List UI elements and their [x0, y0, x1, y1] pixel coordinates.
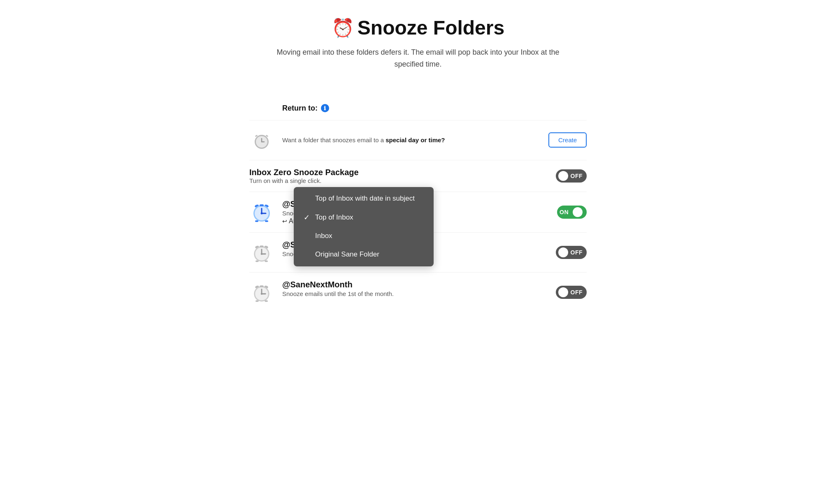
reply-icon: ↩: [282, 218, 287, 224]
package-toggle[interactable]: OFF: [556, 169, 587, 183]
sane-next-month-icon: [249, 280, 274, 305]
snooze-icon: ⏰: [332, 17, 354, 39]
dropdown-option-label: Inbox: [315, 232, 332, 240]
folder-row-sane-next-month: @SaneNextMonth Snooze emails until the 1…: [249, 273, 587, 312]
page-header: ⏰ Snooze Folders Moving email into these…: [249, 16, 587, 70]
check-selected: ✓: [304, 213, 311, 222]
svg-rect-25: [255, 260, 258, 262]
custom-folder-icon: [249, 128, 274, 153]
dropdown-option-inbox[interactable]: Inbox: [294, 227, 434, 245]
sane-tomorrow-toggle-switch[interactable]: ON: [557, 206, 587, 219]
dropdown-option-label: Original Sane Folder: [315, 250, 379, 259]
dropdown-option-label: Top of Inbox: [315, 213, 353, 222]
toggle-label: OFF: [571, 173, 583, 179]
page-subtitle: Moving email into these folders defers i…: [274, 46, 562, 70]
clock-icon-blue: [249, 199, 274, 224]
toggle-label-off: OFF: [571, 249, 583, 256]
toggle-label-off: OFF: [571, 289, 583, 296]
svg-point-33: [261, 293, 263, 295]
package-info: Inbox Zero Snooze Package Turn on with a…: [249, 168, 556, 184]
sane-tomorrow-icon: [249, 199, 274, 224]
sane-next-month-toggle-switch[interactable]: OFF: [556, 286, 587, 299]
toggle-circle: [558, 247, 568, 257]
sane-next-month-info: @SaneNextMonth Snooze emails until the 1…: [282, 280, 548, 297]
clock-icon-gray-3: [250, 281, 273, 304]
svg-rect-14: [260, 204, 264, 206]
toggle-label-on: ON: [560, 209, 569, 215]
custom-folder-desc: Want a folder that snoozes email to a: [282, 136, 384, 143]
sane-next-week-icon: [249, 240, 274, 265]
custom-folder-desc-bold: special day or time?: [385, 136, 445, 143]
info-icon[interactable]: ℹ: [321, 104, 329, 112]
dropdown-option-top-of-inbox[interactable]: ✓ Top of Inbox: [294, 208, 434, 227]
svg-rect-35: [255, 300, 258, 302]
package-toggle-switch[interactable]: OFF: [556, 169, 587, 183]
clock-icon-gray: [251, 129, 272, 151]
return-to-row: Return to: ℹ Top of Inbox with date in s…: [249, 97, 587, 120]
check-empty: [304, 194, 311, 203]
sane-next-month-toggle[interactable]: OFF: [556, 286, 587, 299]
dropdown-option-top-with-date[interactable]: Top of Inbox with date in subject: [294, 190, 434, 208]
dropdown-option-label: Top of Inbox with date in subject: [315, 194, 415, 203]
sane-tomorrow-toggle[interactable]: ON: [557, 206, 587, 219]
clock-icon-gray-2: [250, 241, 273, 264]
toggle-circle: [573, 207, 583, 217]
svg-rect-36: [265, 300, 267, 302]
return-to-dropdown[interactable]: Top of Inbox with date in subject ✓ Top …: [294, 187, 434, 266]
toggle-circle: [558, 287, 568, 297]
svg-rect-34: [260, 285, 263, 287]
svg-rect-15: [255, 220, 258, 222]
sane-next-week-toggle[interactable]: OFF: [556, 246, 587, 259]
svg-rect-16: [265, 220, 268, 222]
sane-next-month-name: @SaneNextMonth: [282, 280, 548, 289]
check-empty: [304, 250, 311, 259]
sane-next-month-desc: Snooze emails until the 1st of the month…: [282, 290, 548, 297]
return-to-label: Return to:: [282, 104, 318, 113]
package-name: Inbox Zero Snooze Package: [249, 168, 556, 177]
sane-next-week-toggle-switch[interactable]: OFF: [556, 246, 587, 259]
custom-folder-row: Want a folder that snoozes email to a sp…: [249, 120, 587, 160]
svg-point-23: [261, 253, 263, 255]
svg-rect-26: [265, 260, 267, 262]
page-title: ⏰ Snooze Folders: [249, 16, 587, 39]
check-empty: [304, 232, 311, 240]
package-desc: Turn on with a single click.: [249, 177, 556, 184]
svg-point-13: [261, 212, 263, 214]
toggle-circle: [558, 171, 568, 181]
dropdown-option-original-sane[interactable]: Original Sane Folder: [294, 245, 434, 264]
svg-rect-24: [260, 245, 263, 247]
create-button[interactable]: Create: [548, 132, 587, 148]
custom-folder-info: Want a folder that snoozes email to a sp…: [282, 136, 540, 143]
create-button-area: Create: [548, 132, 587, 148]
